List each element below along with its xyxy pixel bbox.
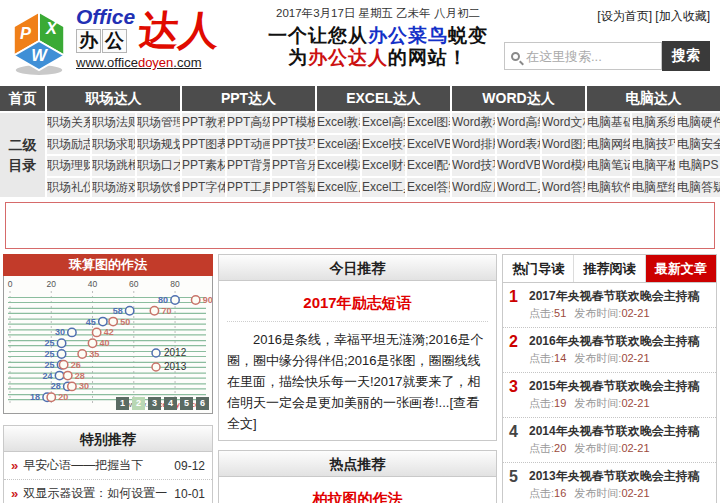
search-button[interactable]: 搜索 xyxy=(662,41,710,71)
nav-link[interactable]: 电脑系统 xyxy=(632,113,675,133)
nav-link[interactable]: 职场理财 xyxy=(47,156,90,176)
nav-link[interactable]: PPT动画 xyxy=(227,135,270,155)
nav-link[interactable]: Word教程 xyxy=(452,113,495,133)
search-input[interactable] xyxy=(526,49,655,64)
hot-article-title[interactable]: 柏拉图的作法 xyxy=(227,483,488,503)
nav-link[interactable]: 职场口才 xyxy=(137,156,180,176)
slider-page-4[interactable]: 4 xyxy=(164,397,177,410)
ranked-article[interactable]: 42014年央视春节联欢晚会主持稿点击:20发布时间:02-21 xyxy=(503,417,716,462)
nav-category-2[interactable]: EXCEL达人 xyxy=(317,86,450,111)
nav-link[interactable]: Excel函数 xyxy=(317,135,360,155)
nav-link[interactable]: 电脑硬件 xyxy=(677,113,720,133)
nav-link[interactable]: 电脑平板 xyxy=(632,156,675,176)
tab-0[interactable]: 热门导读 xyxy=(503,255,573,282)
slider-page-3[interactable]: 3 xyxy=(148,397,161,410)
nav-link[interactable]: 职场礼仪 xyxy=(47,178,90,198)
nav-link[interactable]: PPT背景 xyxy=(227,156,270,176)
clicks-label: 点击: xyxy=(529,352,554,364)
nav-link[interactable]: Excel教程 xyxy=(317,113,360,133)
slider-page-6[interactable]: 6 xyxy=(196,397,209,410)
nav-link[interactable]: 电脑壁纸 xyxy=(632,178,675,198)
nav-link[interactable]: PPT音乐 xyxy=(272,156,315,176)
nav-link[interactable]: 职场管理 xyxy=(137,113,180,133)
logo-url[interactable]: www.officedoyen.com xyxy=(76,55,219,70)
nav-link[interactable]: PPT工具 xyxy=(227,178,270,198)
nav-link[interactable]: Word答疑 xyxy=(542,178,585,198)
rank-number: 3 xyxy=(509,378,529,411)
nav-link[interactable]: Excel工具 xyxy=(362,178,405,198)
nav-link[interactable]: 职场励志 xyxy=(47,135,90,155)
nav-sub-label[interactable]: 二级 目录 xyxy=(0,113,45,197)
nav-link[interactable]: 职场法则 xyxy=(92,113,135,133)
nav-link[interactable]: Excel应用 xyxy=(317,178,360,198)
set-homepage-link[interactable]: [设为首页] xyxy=(597,9,652,23)
nav-category-4[interactable]: 电脑达人 xyxy=(587,86,720,111)
hot-panel: 热点推荐 柏拉图的作法 怎么通过excel快速制作柏拉图？office办公达人教… xyxy=(218,450,497,503)
nav-link[interactable]: 职场关系 xyxy=(47,113,90,133)
nav-link[interactable]: 电脑技巧 xyxy=(632,135,675,155)
special-list: »早安心语——把握当下09-12»双显示器设置：如何设置一台电脑两个10-01»… xyxy=(4,452,212,503)
nav-link[interactable]: PPT模板 xyxy=(272,113,315,133)
special-list-item[interactable]: »早安心语——把握当下09-12 xyxy=(4,452,212,479)
nav-link[interactable]: Excel图表 xyxy=(407,113,450,133)
today-article-title[interactable]: 2017年励志短语 xyxy=(227,287,488,322)
nav-link[interactable]: PPT技巧 xyxy=(272,135,315,155)
nav-link[interactable]: Excel模板 xyxy=(317,156,360,176)
slider-title[interactable]: 珠算图的作法 xyxy=(3,254,213,276)
nav-link[interactable]: 职场跳槽 xyxy=(92,156,135,176)
article-title: 2017年央视春节联欢晚会主持稿 xyxy=(529,288,710,304)
ranked-article[interactable]: 12017年央视春节联欢晚会主持稿点击:51发布时间:02-21 xyxy=(503,283,716,327)
nav-link[interactable]: 电脑基础 xyxy=(587,113,630,133)
today-article-body[interactable]: 2016是条线，幸福平坦无涟漪;2016是个圈，圈中缘分得伴侣;2016是张图，… xyxy=(227,322,488,434)
nav-link[interactable]: ExcelVBA xyxy=(407,135,450,155)
slider-page-5[interactable]: 5 xyxy=(180,397,193,410)
nav-link[interactable]: 电脑安全 xyxy=(677,135,720,155)
site-logo[interactable]: P X W Office 办公 达人 www.officedoyen.com xyxy=(8,6,219,76)
nav-link[interactable]: Excel答疑 xyxy=(407,178,450,198)
nav-link[interactable]: 电脑网络 xyxy=(587,135,630,155)
nav-link[interactable]: 电脑软件 xyxy=(587,178,630,198)
add-favorite-link[interactable]: [加入收藏] xyxy=(655,9,710,23)
nav-link[interactable]: Excel配色 xyxy=(407,156,450,176)
nav-link[interactable]: Word技巧 xyxy=(452,156,495,176)
nav-home[interactable]: 首页 xyxy=(0,86,45,111)
abacus-chart[interactable]: 0204060808090587045503042254025352526242… xyxy=(3,276,213,414)
nav-link[interactable]: 电脑PS xyxy=(677,156,720,176)
nav-link[interactable]: PPT图表 xyxy=(182,135,225,155)
nav-link[interactable]: PPT高级 xyxy=(227,113,270,133)
nav-link[interactable]: Excel高级 xyxy=(362,113,405,133)
nav-link[interactable]: Word表格 xyxy=(497,135,540,155)
nav-link[interactable]: 职场规划 xyxy=(137,135,180,155)
tab-2[interactable]: 最新文章 xyxy=(645,255,716,282)
ranked-article[interactable]: 22016年央视春节联欢晚会主持稿点击:14发布时间:02-21 xyxy=(503,327,716,372)
nav-link[interactable]: PPT教程 xyxy=(182,113,225,133)
nav-link[interactable]: 职场游戏 xyxy=(92,178,135,198)
ranked-article[interactable]: 52013年央视春节联欢晚会主持稿点击:16发布时间:02-21 xyxy=(503,462,716,503)
nav-link[interactable]: Word高级 xyxy=(497,113,540,133)
nav-link[interactable]: PPT素材 xyxy=(182,156,225,176)
nav-link[interactable]: WordVBA xyxy=(497,156,540,176)
nav-link[interactable]: Excel技巧 xyxy=(362,135,405,155)
article-meta: 点击:16发布时间:02-21 xyxy=(529,486,710,501)
nav-link[interactable]: PPT字体 xyxy=(182,178,225,198)
nav-link[interactable]: Word图形 xyxy=(542,135,585,155)
nav-link[interactable]: 职场饮食 xyxy=(137,178,180,198)
nav-link[interactable]: Word排版 xyxy=(452,135,495,155)
nav-link[interactable]: PPT答疑 xyxy=(272,178,315,198)
nav-category-0[interactable]: 职场达人 xyxy=(47,86,180,111)
nav-category-1[interactable]: PPT达人 xyxy=(182,86,315,111)
nav-link[interactable]: Word文档 xyxy=(542,113,585,133)
nav-link[interactable]: 电脑笔记 xyxy=(587,156,630,176)
nav-link[interactable]: 电脑答疑 xyxy=(677,178,720,198)
nav-category-3[interactable]: WORD达人 xyxy=(452,86,585,111)
tab-1[interactable]: 推荐阅读 xyxy=(573,255,644,282)
nav-link[interactable]: Excel财务 xyxy=(362,156,405,176)
nav-link[interactable]: Word应用 xyxy=(452,178,495,198)
ranked-article[interactable]: 32015年央视春节联欢晚会主持稿点击:19发布时间:02-21 xyxy=(503,372,716,417)
special-list-item[interactable]: »双显示器设置：如何设置一台电脑两个10-01 xyxy=(4,479,212,503)
nav-link[interactable]: Word工具 xyxy=(497,178,540,198)
nav-link[interactable]: Word模板 xyxy=(542,156,585,176)
nav-link[interactable]: 职场求职 xyxy=(92,135,135,155)
slider-page-1[interactable]: 1 xyxy=(116,397,129,410)
slider-page-2[interactable]: 2 xyxy=(132,397,145,410)
